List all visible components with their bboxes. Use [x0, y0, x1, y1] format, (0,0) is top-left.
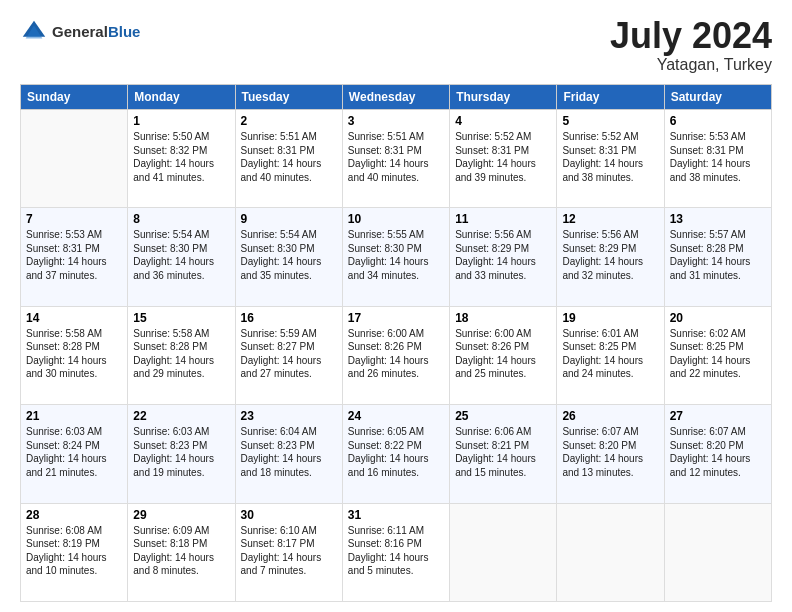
calendar-cell — [664, 503, 771, 601]
week-row-0: 1Sunrise: 5:50 AM Sunset: 8:32 PM Daylig… — [21, 110, 772, 208]
calendar-table: SundayMondayTuesdayWednesdayThursdayFrid… — [20, 84, 772, 602]
column-header-wednesday: Wednesday — [342, 85, 449, 110]
logo-text: GeneralBlue — [52, 24, 140, 41]
column-header-tuesday: Tuesday — [235, 85, 342, 110]
day-number: 19 — [562, 311, 658, 325]
calendar-cell: 18Sunrise: 6:00 AM Sunset: 8:26 PM Dayli… — [450, 306, 557, 404]
calendar-cell: 15Sunrise: 5:58 AM Sunset: 8:28 PM Dayli… — [128, 306, 235, 404]
day-info: Sunrise: 6:06 AM Sunset: 8:21 PM Dayligh… — [455, 425, 551, 479]
day-number: 1 — [133, 114, 229, 128]
day-info: Sunrise: 5:55 AM Sunset: 8:30 PM Dayligh… — [348, 228, 444, 282]
day-number: 31 — [348, 508, 444, 522]
day-number: 20 — [670, 311, 766, 325]
day-info: Sunrise: 5:51 AM Sunset: 8:31 PM Dayligh… — [348, 130, 444, 184]
day-info: Sunrise: 6:04 AM Sunset: 8:23 PM Dayligh… — [241, 425, 337, 479]
column-header-sunday: Sunday — [21, 85, 128, 110]
calendar-cell: 2Sunrise: 5:51 AM Sunset: 8:31 PM Daylig… — [235, 110, 342, 208]
week-row-4: 28Sunrise: 6:08 AM Sunset: 8:19 PM Dayli… — [21, 503, 772, 601]
day-number: 9 — [241, 212, 337, 226]
day-number: 24 — [348, 409, 444, 423]
calendar-cell: 25Sunrise: 6:06 AM Sunset: 8:21 PM Dayli… — [450, 405, 557, 503]
day-number: 12 — [562, 212, 658, 226]
logo-icon — [20, 18, 48, 46]
day-info: Sunrise: 5:53 AM Sunset: 8:31 PM Dayligh… — [26, 228, 122, 282]
month-title: July 2024 — [610, 18, 772, 54]
day-info: Sunrise: 6:09 AM Sunset: 8:18 PM Dayligh… — [133, 524, 229, 578]
day-number: 27 — [670, 409, 766, 423]
day-number: 3 — [348, 114, 444, 128]
calendar-cell: 4Sunrise: 5:52 AM Sunset: 8:31 PM Daylig… — [450, 110, 557, 208]
day-number: 26 — [562, 409, 658, 423]
day-number: 7 — [26, 212, 122, 226]
day-info: Sunrise: 5:58 AM Sunset: 8:28 PM Dayligh… — [133, 327, 229, 381]
week-row-3: 21Sunrise: 6:03 AM Sunset: 8:24 PM Dayli… — [21, 405, 772, 503]
day-info: Sunrise: 6:11 AM Sunset: 8:16 PM Dayligh… — [348, 524, 444, 578]
day-info: Sunrise: 5:52 AM Sunset: 8:31 PM Dayligh… — [562, 130, 658, 184]
day-info: Sunrise: 5:54 AM Sunset: 8:30 PM Dayligh… — [133, 228, 229, 282]
calendar-cell: 20Sunrise: 6:02 AM Sunset: 8:25 PM Dayli… — [664, 306, 771, 404]
day-info: Sunrise: 6:02 AM Sunset: 8:25 PM Dayligh… — [670, 327, 766, 381]
calendar-cell — [557, 503, 664, 601]
day-number: 5 — [562, 114, 658, 128]
day-number: 8 — [133, 212, 229, 226]
day-number: 22 — [133, 409, 229, 423]
header: GeneralBlue July 2024 Yatagan, Turkey — [20, 18, 772, 74]
calendar-cell: 16Sunrise: 5:59 AM Sunset: 8:27 PM Dayli… — [235, 306, 342, 404]
day-info: Sunrise: 5:51 AM Sunset: 8:31 PM Dayligh… — [241, 130, 337, 184]
column-header-friday: Friday — [557, 85, 664, 110]
day-info: Sunrise: 5:53 AM Sunset: 8:31 PM Dayligh… — [670, 130, 766, 184]
logo: GeneralBlue — [20, 18, 140, 46]
calendar-cell: 10Sunrise: 5:55 AM Sunset: 8:30 PM Dayli… — [342, 208, 449, 306]
calendar-cell — [21, 110, 128, 208]
day-number: 28 — [26, 508, 122, 522]
day-info: Sunrise: 6:10 AM Sunset: 8:17 PM Dayligh… — [241, 524, 337, 578]
day-info: Sunrise: 6:01 AM Sunset: 8:25 PM Dayligh… — [562, 327, 658, 381]
calendar-cell: 17Sunrise: 6:00 AM Sunset: 8:26 PM Dayli… — [342, 306, 449, 404]
day-number: 17 — [348, 311, 444, 325]
calendar-cell: 5Sunrise: 5:52 AM Sunset: 8:31 PM Daylig… — [557, 110, 664, 208]
day-number: 2 — [241, 114, 337, 128]
day-number: 21 — [26, 409, 122, 423]
day-info: Sunrise: 6:07 AM Sunset: 8:20 PM Dayligh… — [670, 425, 766, 479]
day-number: 11 — [455, 212, 551, 226]
day-number: 10 — [348, 212, 444, 226]
day-number: 13 — [670, 212, 766, 226]
day-info: Sunrise: 6:08 AM Sunset: 8:19 PM Dayligh… — [26, 524, 122, 578]
day-info: Sunrise: 6:00 AM Sunset: 8:26 PM Dayligh… — [455, 327, 551, 381]
calendar-cell: 19Sunrise: 6:01 AM Sunset: 8:25 PM Dayli… — [557, 306, 664, 404]
day-number: 16 — [241, 311, 337, 325]
day-number: 23 — [241, 409, 337, 423]
day-info: Sunrise: 5:59 AM Sunset: 8:27 PM Dayligh… — [241, 327, 337, 381]
calendar-cell: 22Sunrise: 6:03 AM Sunset: 8:23 PM Dayli… — [128, 405, 235, 503]
week-row-2: 14Sunrise: 5:58 AM Sunset: 8:28 PM Dayli… — [21, 306, 772, 404]
column-header-monday: Monday — [128, 85, 235, 110]
day-info: Sunrise: 5:56 AM Sunset: 8:29 PM Dayligh… — [562, 228, 658, 282]
day-info: Sunrise: 5:52 AM Sunset: 8:31 PM Dayligh… — [455, 130, 551, 184]
day-info: Sunrise: 5:57 AM Sunset: 8:28 PM Dayligh… — [670, 228, 766, 282]
day-info: Sunrise: 5:50 AM Sunset: 8:32 PM Dayligh… — [133, 130, 229, 184]
calendar-cell: 28Sunrise: 6:08 AM Sunset: 8:19 PM Dayli… — [21, 503, 128, 601]
week-row-1: 7Sunrise: 5:53 AM Sunset: 8:31 PM Daylig… — [21, 208, 772, 306]
calendar-cell: 7Sunrise: 5:53 AM Sunset: 8:31 PM Daylig… — [21, 208, 128, 306]
day-number: 29 — [133, 508, 229, 522]
calendar-cell: 13Sunrise: 5:57 AM Sunset: 8:28 PM Dayli… — [664, 208, 771, 306]
calendar-cell: 3Sunrise: 5:51 AM Sunset: 8:31 PM Daylig… — [342, 110, 449, 208]
column-header-saturday: Saturday — [664, 85, 771, 110]
location-title: Yatagan, Turkey — [610, 56, 772, 74]
calendar-cell: 23Sunrise: 6:04 AM Sunset: 8:23 PM Dayli… — [235, 405, 342, 503]
day-info: Sunrise: 6:03 AM Sunset: 8:24 PM Dayligh… — [26, 425, 122, 479]
calendar-cell: 9Sunrise: 5:54 AM Sunset: 8:30 PM Daylig… — [235, 208, 342, 306]
calendar-cell: 1Sunrise: 5:50 AM Sunset: 8:32 PM Daylig… — [128, 110, 235, 208]
day-info: Sunrise: 6:00 AM Sunset: 8:26 PM Dayligh… — [348, 327, 444, 381]
day-number: 6 — [670, 114, 766, 128]
calendar-cell: 31Sunrise: 6:11 AM Sunset: 8:16 PM Dayli… — [342, 503, 449, 601]
day-info: Sunrise: 5:58 AM Sunset: 8:28 PM Dayligh… — [26, 327, 122, 381]
day-number: 4 — [455, 114, 551, 128]
day-number: 30 — [241, 508, 337, 522]
calendar-cell: 8Sunrise: 5:54 AM Sunset: 8:30 PM Daylig… — [128, 208, 235, 306]
page: GeneralBlue July 2024 Yatagan, Turkey Su… — [0, 0, 792, 612]
header-row: SundayMondayTuesdayWednesdayThursdayFrid… — [21, 85, 772, 110]
day-info: Sunrise: 6:05 AM Sunset: 8:22 PM Dayligh… — [348, 425, 444, 479]
calendar-cell: 6Sunrise: 5:53 AM Sunset: 8:31 PM Daylig… — [664, 110, 771, 208]
day-info: Sunrise: 6:03 AM Sunset: 8:23 PM Dayligh… — [133, 425, 229, 479]
